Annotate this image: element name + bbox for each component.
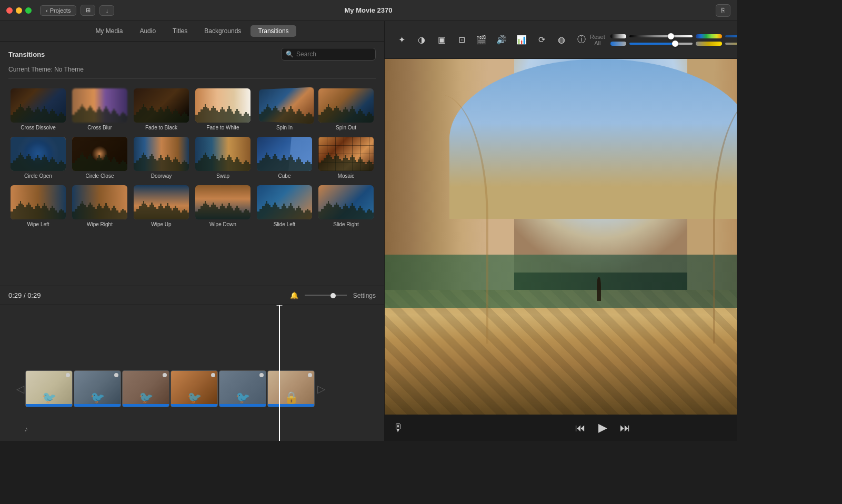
transition-thumb-wipe-up <box>134 185 189 219</box>
play-button[interactable]: ▶ <box>598 421 607 435</box>
transition-thumb-doorway <box>134 137 189 171</box>
transition-thumb-circle-open <box>11 137 66 171</box>
clip-bar-1 <box>26 404 72 407</box>
transition-wipe-left[interactable]: Wipe Left <box>8 183 68 229</box>
transitions-panel: Transitions 🔍 Current Theme: No Theme Cr… <box>0 42 384 286</box>
microphone-button[interactable]: 🎙 <box>393 422 404 434</box>
transition-wipe-down[interactable]: Wipe Down <box>193 183 253 229</box>
timeline-area: 0:29 / 0:29 🔔 Settings ◁ <box>0 286 384 441</box>
reset-all-button[interactable]: Reset All <box>590 34 605 46</box>
speed-button[interactable]: ⟳ <box>533 32 550 48</box>
clip-2[interactable]: 🐦 <box>74 370 121 407</box>
transition-spin-out[interactable]: Spin Out <box>316 86 376 133</box>
titlebar-right: ⎘ <box>716 4 730 17</box>
timeline-right: 🔔 Settings <box>290 291 376 299</box>
brightness-slider[interactable] <box>725 43 737 45</box>
transition-circle-close[interactable]: Circle Close <box>70 135 129 181</box>
transition-thumb-spin-in <box>259 87 314 124</box>
clip-3[interactable]: 🐦 <box>122 370 169 407</box>
crop-button[interactable]: ⊡ <box>453 32 470 48</box>
close-button[interactable] <box>6 7 13 14</box>
transition-fade-to-black[interactable]: Fade to Black <box>132 86 191 133</box>
tab-transitions[interactable]: Transitions <box>250 25 296 37</box>
clip-4[interactable]: 🐦 <box>171 370 218 407</box>
clip-bar-2 <box>74 404 121 407</box>
transition-cross-dissolve[interactable]: Cross Dissolve <box>8 86 68 133</box>
search-bar[interactable]: 🔍 <box>281 48 376 61</box>
rewind-button[interactable]: ⏮ <box>575 422 586 434</box>
tab-titles[interactable]: Titles <box>165 25 195 37</box>
clip-dot-4 <box>211 373 215 377</box>
transition-thumb-circle-close <box>72 137 127 171</box>
settings-label: Settings <box>353 292 376 299</box>
clip-icon-4: 🐦 <box>187 391 202 405</box>
traffic-lights <box>6 7 32 14</box>
transition-thumb-fade-white <box>195 88 250 123</box>
color-slider[interactable] <box>725 35 737 37</box>
slider-group <box>610 34 737 46</box>
transition-slide-right[interactable]: Slide Right <box>316 183 376 229</box>
maximize-button[interactable] <box>25 7 32 14</box>
filter-button[interactable]: ▣ <box>433 32 450 48</box>
grid-view-button[interactable]: ⊞ <box>81 5 95 16</box>
clip-icon-5: 🐦 <box>236 391 250 405</box>
timeline-volume-slider[interactable] <box>305 295 347 296</box>
figure-body <box>597 277 601 301</box>
clip-1[interactable]: 🐦 <box>25 370 73 407</box>
transition-cross-blur[interactable]: Cross Blur <box>70 86 129 133</box>
transition-label-circle-open: Circle Open <box>24 173 52 179</box>
playback-controls: 🎙 ⏮ ▶ ⏭ ⤢ <box>385 415 737 441</box>
back-icon: ‹ <box>46 7 48 14</box>
chart-button[interactable]: 📊 <box>513 32 530 48</box>
transition-doorway[interactable]: Doorway <box>132 135 191 181</box>
clip-5[interactable]: 🐦 <box>219 370 266 407</box>
minimize-button[interactable] <box>16 7 22 14</box>
transition-spin-in[interactable]: Spin In <box>255 86 314 133</box>
transition-label-wipe-right: Wipe Right <box>87 221 113 227</box>
transition-label-slide-left: Slide Left <box>274 221 296 227</box>
search-input[interactable] <box>296 51 370 58</box>
color-wheel-button[interactable]: ◑ <box>413 32 430 48</box>
transition-label-slide-right: Slide Right <box>333 221 358 227</box>
playhead[interactable] <box>279 305 280 441</box>
projects-button[interactable]: ‹ Projects <box>40 5 76 16</box>
forward-button[interactable]: ⏭ <box>620 422 630 434</box>
transition-label-wipe-up: Wipe Up <box>151 221 171 227</box>
timeline-content[interactable]: ◁ 🐦 🐦 🐦 <box>0 305 384 441</box>
tab-audio[interactable]: Audio <box>132 25 163 37</box>
transition-wipe-up[interactable]: Wipe Up <box>132 183 191 229</box>
camera-button[interactable]: 🎬 <box>473 32 490 48</box>
transition-slide-left[interactable]: Slide Left <box>255 183 314 229</box>
clip-6[interactable]: 🔒 <box>267 370 315 407</box>
nav-down-button[interactable]: ↓ <box>99 5 114 16</box>
tab-backgrounds[interactable]: Backgrounds <box>197 25 248 37</box>
overlay-button[interactable]: ◍ <box>553 32 570 48</box>
transition-wipe-right[interactable]: Wipe Right <box>70 183 129 229</box>
audio-button[interactable]: 🔊 <box>493 32 510 48</box>
transition-fade-to-white[interactable]: Fade to White <box>193 86 253 133</box>
magic-wand-button[interactable]: ✦ <box>393 32 410 48</box>
transition-thumb-cube <box>257 137 312 171</box>
clip-icon-6: 🔒 <box>284 391 298 405</box>
saturation-slider[interactable] <box>629 43 693 45</box>
toolbar: ✦ ◑ ▣ ⊡ 🎬 🔊 📊 ⟳ ◍ ⓘ Reset All <box>385 21 737 59</box>
current-theme-label: Current Theme: No Theme <box>8 66 376 79</box>
transition-cube[interactable]: Cube <box>255 135 314 181</box>
timeline-header: 0:29 / 0:29 🔔 Settings <box>0 286 384 305</box>
transition-thumb-cross-dissolve <box>11 88 66 123</box>
tab-my-media[interactable]: My Media <box>88 25 130 37</box>
transition-swap[interactable]: Swap <box>193 135 253 181</box>
transition-mosaic[interactable]: Mosaic <box>316 135 376 181</box>
preview-image <box>385 59 737 415</box>
share-button[interactable]: ⎘ <box>716 4 730 17</box>
transition-circle-open[interactable]: Circle Open <box>8 135 68 181</box>
slider-row-1 <box>610 34 737 38</box>
bw-slider[interactable] <box>629 35 693 37</box>
info-button[interactable]: ⓘ <box>573 32 590 48</box>
clip-dot-5 <box>259 373 264 377</box>
toolbar-tools: ✦ ◑ ▣ ⊡ 🎬 🔊 📊 ⟳ ◍ ⓘ <box>393 32 590 48</box>
titlebar: ‹ Projects ⊞ ↓ My Movie 2370 ⎘ <box>0 0 737 21</box>
transition-label-doorway: Doorway <box>151 173 172 179</box>
transition-label-spin-out: Spin Out <box>336 125 356 130</box>
clip-bar-5 <box>219 404 266 407</box>
